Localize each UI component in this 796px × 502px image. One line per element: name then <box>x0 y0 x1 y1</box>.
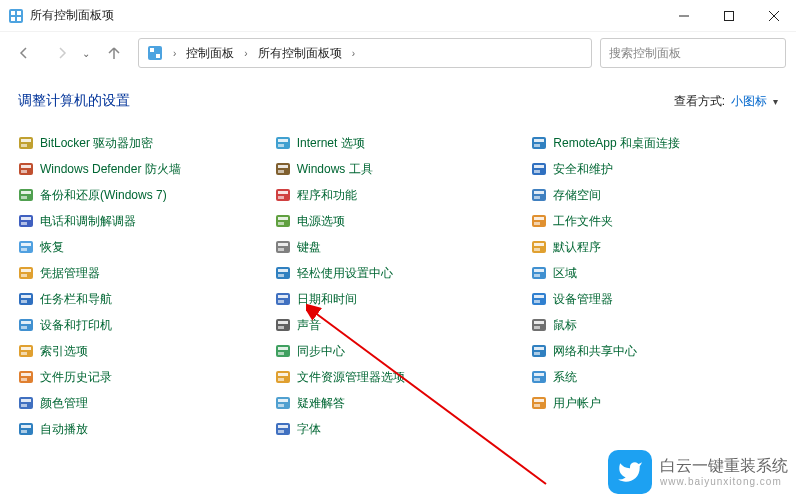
close-button[interactable] <box>751 1 796 31</box>
svg-rect-40 <box>21 217 31 220</box>
back-button[interactable] <box>10 39 38 67</box>
breadcrumb[interactable]: 控制面板 <box>186 45 234 62</box>
svg-rect-18 <box>532 137 546 149</box>
control-panel-item[interactable]: 颜色管理 <box>18 394 265 412</box>
control-panel-icon <box>147 45 163 61</box>
content-area: 调整计算机的设置 查看方式: 小图标 ▾ BitLocker 驱动器加密Inte… <box>0 74 796 438</box>
item-label: 字体 <box>297 421 321 438</box>
svg-rect-91 <box>534 347 544 350</box>
bitlocker-icon <box>18 135 34 151</box>
svg-rect-85 <box>21 347 31 350</box>
svg-rect-65 <box>534 274 540 277</box>
security-icon <box>531 161 547 177</box>
item-label: 文件历史记录 <box>40 369 112 386</box>
control-panel-item[interactable]: 区域 <box>531 264 778 282</box>
svg-rect-107 <box>278 404 284 407</box>
history-dropdown[interactable]: ⌄ <box>82 48 90 59</box>
chevron-right-icon[interactable]: › <box>352 48 355 59</box>
minimize-button[interactable] <box>661 1 706 31</box>
watermark-badge-icon <box>608 450 652 494</box>
control-panel-item[interactable]: 凭据管理器 <box>18 264 265 282</box>
control-panel-item[interactable]: 文件历史记录 <box>18 368 265 386</box>
view-mode-selector[interactable]: 查看方式: 小图标 ▾ <box>674 93 778 110</box>
svg-rect-78 <box>276 319 290 331</box>
control-panel-item[interactable]: BitLocker 驱动器加密 <box>18 134 265 152</box>
breadcrumb[interactable]: 所有控制面板项 <box>258 45 342 62</box>
addressbar[interactable]: › 控制面板 › 所有控制面板项 › <box>138 38 592 68</box>
svg-rect-57 <box>19 267 33 279</box>
svg-rect-20 <box>534 144 540 147</box>
control-panel-item[interactable]: RemoteApp 和桌面连接 <box>531 134 778 152</box>
svg-rect-93 <box>19 371 33 383</box>
control-panel-item[interactable]: 设备和打印机 <box>18 316 265 334</box>
phone-icon <box>18 213 34 229</box>
control-panel-item[interactable]: 电源选项 <box>275 212 522 230</box>
svg-rect-74 <box>534 300 540 303</box>
item-label: 用户帐户 <box>553 395 601 412</box>
svg-rect-63 <box>532 267 546 279</box>
svg-rect-55 <box>534 243 544 246</box>
control-panel-item[interactable]: 备份和还原(Windows 7) <box>18 186 265 204</box>
explorer-icon <box>275 369 291 385</box>
control-panel-item[interactable]: 程序和功能 <box>275 186 522 204</box>
control-panel-item[interactable]: 轻松使用设置中心 <box>275 264 522 282</box>
window-title: 所有控制面板项 <box>30 7 114 24</box>
autoplay-icon <box>18 421 34 437</box>
control-panel-item[interactable]: 安全和维护 <box>531 160 778 178</box>
chevron-right-icon[interactable]: › <box>173 48 176 59</box>
svg-rect-62 <box>278 274 284 277</box>
page-title: 调整计算机的设置 <box>18 92 130 110</box>
control-panel-item[interactable]: 用户帐户 <box>531 394 778 412</box>
svg-rect-34 <box>278 191 288 194</box>
svg-rect-50 <box>21 248 27 251</box>
control-panel-item[interactable]: 任务栏和导航 <box>18 290 265 308</box>
control-panel-item[interactable]: 疑难解答 <box>275 394 522 412</box>
item-label: 键盘 <box>297 239 321 256</box>
control-panel-item[interactable]: 日期和时间 <box>275 290 522 308</box>
svg-rect-84 <box>19 345 33 357</box>
control-panel-item[interactable]: Internet 选项 <box>275 134 522 152</box>
svg-rect-17 <box>278 144 284 147</box>
svg-rect-10 <box>150 48 154 52</box>
svg-rect-106 <box>278 399 288 402</box>
chevron-right-icon[interactable]: › <box>244 48 247 59</box>
search-input[interactable]: 搜索控制面板 <box>600 38 786 68</box>
control-panel-item[interactable]: 文件资源管理器选项 <box>275 368 522 386</box>
workfolders-icon <box>531 213 547 229</box>
svg-rect-45 <box>532 215 546 227</box>
up-button[interactable] <box>100 39 128 67</box>
sync-icon <box>275 343 291 359</box>
watermark-title: 白云一键重装系统 <box>660 456 788 475</box>
svg-rect-23 <box>21 170 27 173</box>
control-panel-item[interactable]: 网络和共享中心 <box>531 342 778 360</box>
remote-icon <box>531 135 547 151</box>
control-panel-item[interactable]: 字体 <box>275 420 522 438</box>
control-panel-item[interactable]: 存储空间 <box>531 186 778 204</box>
maximize-button[interactable] <box>706 1 751 31</box>
control-panel-item[interactable]: 鼠标 <box>531 316 778 334</box>
control-panel-item[interactable]: Windows 工具 <box>275 160 522 178</box>
svg-rect-114 <box>276 423 290 435</box>
control-panel-item[interactable]: 键盘 <box>275 238 522 256</box>
svg-rect-37 <box>534 191 544 194</box>
svg-rect-112 <box>21 425 31 428</box>
control-panel-item[interactable]: 默认程序 <box>531 238 778 256</box>
control-panel-item[interactable]: 工作文件夹 <box>531 212 778 230</box>
control-panel-item[interactable]: 设备管理器 <box>531 290 778 308</box>
svg-rect-71 <box>278 300 284 303</box>
forward-button[interactable] <box>48 39 76 67</box>
control-panel-item[interactable]: 系统 <box>531 368 778 386</box>
network-icon <box>531 343 547 359</box>
control-panel-item[interactable]: 电话和调制解调器 <box>18 212 265 230</box>
svg-rect-81 <box>532 319 546 331</box>
control-panel-item[interactable]: 声音 <box>275 316 522 334</box>
svg-rect-39 <box>19 215 33 227</box>
svg-rect-104 <box>21 404 27 407</box>
svg-rect-83 <box>534 326 540 329</box>
control-panel-item[interactable]: 同步中心 <box>275 342 522 360</box>
control-panel-item[interactable]: 自动播放 <box>18 420 265 438</box>
control-panel-item[interactable]: Windows Defender 防火墙 <box>18 160 265 178</box>
control-panel-item[interactable]: 恢复 <box>18 238 265 256</box>
control-panel-item[interactable]: 索引选项 <box>18 342 265 360</box>
svg-rect-58 <box>21 269 31 272</box>
